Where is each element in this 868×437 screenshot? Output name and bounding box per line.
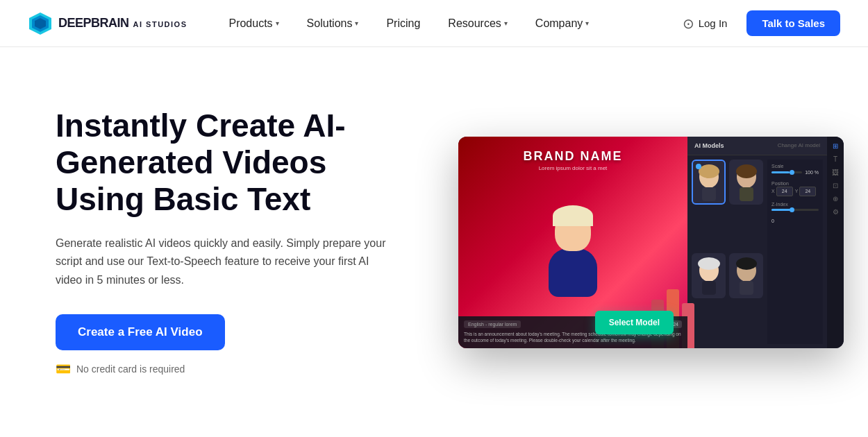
logo: DEEPBRAIN AI STUDIOS — [28, 11, 187, 36]
svg-point-13 — [736, 257, 757, 270]
svg-point-4 — [699, 164, 719, 178]
scale-label: Scale — [771, 164, 819, 169]
avatar-hair — [553, 205, 593, 226]
ai-models-panel: AI Models Change AI model — [687, 137, 827, 348]
model-face-3 — [692, 253, 726, 298]
scale-value: 100 % — [805, 170, 819, 175]
panel-body: Scale 100 % Position — [687, 155, 827, 348]
ai-avatar — [542, 209, 604, 314]
logo-main-text: DEEPBRAIN — [58, 16, 129, 31]
nav-actions: ⊙ Log In Talk to Sales — [671, 10, 840, 37]
hero-content: Instantly Create AI-Generated Videos Usi… — [56, 108, 417, 377]
text-icon[interactable]: T — [833, 155, 837, 163]
avatar-body — [549, 248, 597, 297]
product-preview: BRAND NAME Lorem ipsum dolor sit a met — [458, 137, 844, 348]
avatar-head — [555, 209, 591, 251]
chevron-down-icon: ▾ — [504, 19, 508, 27]
chevron-down-icon: ▾ — [276, 19, 279, 27]
model-face-4 — [729, 253, 763, 298]
no-credit-card-notice: 💳 No credit card is required — [56, 361, 417, 377]
brand-name: BRAND NAME — [458, 149, 687, 164]
change-model-link[interactable]: Change AI model — [778, 142, 820, 148]
chevron-down-icon: ▾ — [585, 19, 589, 27]
svg-point-7 — [736, 164, 757, 178]
credit-card-icon: 💳 — [56, 361, 71, 377]
pos-x-input[interactable] — [776, 187, 793, 196]
product-ui-mockup: BRAND NAME Lorem ipsum dolor sit a met — [458, 137, 844, 348]
login-button[interactable]: ⊙ Log In — [671, 10, 739, 37]
hero-title: Instantly Create AI-Generated Videos Usi… — [56, 108, 417, 218]
panel-title: AI Models — [694, 142, 724, 149]
cta-button[interactable]: Create a Free AI Video — [56, 314, 225, 350]
logo-icon — [28, 11, 53, 36]
selected-dot — [696, 164, 701, 169]
position-label: Position — [771, 181, 819, 186]
svg-point-10 — [698, 257, 720, 270]
scale-slider[interactable] — [771, 171, 802, 173]
nav-item-resources[interactable]: Resources ▾ — [434, 0, 521, 47]
position-control: Position X Y — [771, 181, 819, 196]
talk-to-sales-button[interactable]: Talk to Sales — [746, 10, 840, 36]
nav-item-pricing[interactable]: Pricing — [372, 0, 434, 47]
crop-icon[interactable]: ⊡ — [833, 182, 838, 189]
hero-subtitle: Generate realistic AI videos quickly and… — [56, 234, 389, 289]
pos-y-input[interactable] — [799, 187, 816, 196]
image-icon[interactable]: 🖼 — [832, 169, 839, 176]
svg-rect-14 — [740, 281, 753, 295]
models-grid — [692, 160, 763, 344]
nav-links: Products ▾ Solutions ▾ Pricing Resources… — [215, 0, 671, 47]
settings-icon[interactable]: ⚙ — [833, 208, 839, 216]
zindex-slider[interactable] — [771, 209, 819, 211]
navbar: DEEPBRAIN AI STUDIOS Products ▾ Solution… — [0, 0, 868, 47]
brand-overlay: BRAND NAME Lorem ipsum dolor sit a met — [458, 149, 687, 171]
video-area: BRAND NAME Lorem ipsum dolor sit a met — [458, 137, 687, 348]
scale-control: Scale 100 % — [771, 164, 819, 175]
zindex-control: Z-Index 0 — [771, 202, 819, 225]
side-icons: ⊞ T 🖼 ⊡ ⊕ ⚙ — [827, 137, 844, 348]
nav-item-products[interactable]: Products ▾ — [215, 0, 292, 47]
layers-icon[interactable]: ⊞ — [833, 142, 838, 150]
chevron-down-icon: ▾ — [355, 19, 358, 27]
user-icon: ⊙ — [683, 15, 694, 32]
zindex-value: 0 — [771, 218, 774, 223]
hero-section: Instantly Create AI-Generated Videos Usi… — [0, 47, 868, 437]
select-model-button[interactable]: Select Model — [595, 311, 674, 334]
controls-panel: Scale 100 % Position — [767, 160, 823, 344]
logo-sub-text: AI STUDIOS — [133, 20, 187, 28]
svg-rect-8 — [740, 187, 753, 201]
brand-sub: Lorem ipsum dolor sit a met — [458, 165, 687, 171]
model-card-1[interactable] — [692, 160, 726, 205]
nav-item-solutions[interactable]: Solutions ▾ — [293, 0, 373, 47]
model-card-3[interactable] — [692, 253, 726, 298]
svg-rect-11 — [702, 281, 716, 295]
svg-rect-5 — [702, 187, 716, 201]
nav-item-company[interactable]: Company ▾ — [521, 0, 603, 47]
model-card-2[interactable] — [729, 160, 763, 205]
panel-header: AI Models Change AI model — [687, 137, 827, 155]
model-card-4[interactable] — [729, 253, 763, 298]
model-face-2 — [729, 160, 763, 205]
language-tag: English - regular lorem — [464, 320, 521, 328]
filter-icon[interactable]: ⊕ — [833, 195, 838, 203]
zindex-label: Z-Index — [771, 202, 819, 207]
